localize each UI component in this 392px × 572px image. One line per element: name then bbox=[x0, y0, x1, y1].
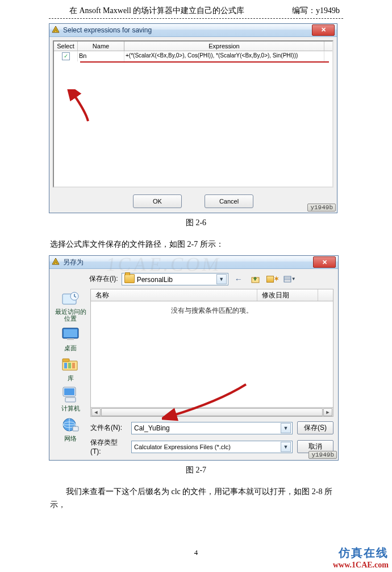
sidebar-network[interactable]: 网络 bbox=[61, 416, 80, 443]
svg-rect-12 bbox=[67, 338, 74, 340]
filename-label: 文件名(N): bbox=[90, 423, 127, 433]
save-in-folder: PersonalLib bbox=[137, 276, 173, 284]
svg-text:A: A bbox=[54, 259, 57, 265]
scroll-right-icon[interactable]: ► bbox=[323, 408, 332, 416]
ansoft-icon: A bbox=[52, 26, 60, 35]
chevron-down-icon[interactable]: ▼ bbox=[281, 442, 291, 452]
libraries-icon bbox=[61, 356, 80, 373]
svg-rect-16 bbox=[68, 363, 71, 368]
col-date[interactable]: 修改日期 bbox=[257, 289, 318, 301]
computer-icon bbox=[61, 386, 80, 403]
row-name[interactable]: Bn bbox=[78, 51, 124, 61]
sidebar-libraries[interactable]: 库 bbox=[61, 356, 80, 383]
folder-icon bbox=[124, 274, 135, 283]
desktop-icon bbox=[61, 326, 80, 343]
sidebar-desktop-label: 桌面 bbox=[64, 344, 77, 353]
doc-author: 编写：y1949b bbox=[292, 6, 340, 16]
col-extra[interactable] bbox=[318, 289, 333, 301]
svg-text:A: A bbox=[54, 27, 57, 33]
ok-button[interactable]: OK bbox=[133, 194, 182, 208]
sidebar-desktop[interactable]: 桌面 bbox=[61, 326, 80, 353]
close-icon[interactable]: ✕ bbox=[312, 24, 335, 36]
sidebar-network-label: 网络 bbox=[64, 434, 77, 443]
cancel-button[interactable]: Cancel bbox=[205, 194, 253, 208]
sidebar-libraries-label: 库 bbox=[68, 374, 74, 383]
scroll-gutter bbox=[324, 42, 332, 51]
recent-icon bbox=[61, 290, 80, 307]
paragraph-1: 选择公式库文件保存的文件路径，如图 2-7 所示： bbox=[50, 238, 342, 251]
svg-rect-14 bbox=[62, 359, 69, 362]
save-button[interactable]: 保存(S) bbox=[297, 421, 333, 434]
empty-text: 没有与搜索条件匹配的项。 bbox=[171, 306, 253, 316]
col-expression[interactable]: Expression bbox=[124, 42, 324, 51]
up-folder-icon[interactable] bbox=[249, 272, 262, 285]
svg-rect-5 bbox=[284, 276, 291, 282]
sidebar-computer-label: 计算机 bbox=[61, 404, 80, 413]
file-list[interactable]: 没有与搜索条件匹配的项。 bbox=[90, 301, 333, 408]
new-folder-icon[interactable]: ✶ bbox=[266, 272, 280, 285]
filename-value: Cal_YuBing bbox=[134, 424, 170, 432]
annotation-arrow-icon bbox=[65, 89, 94, 123]
select-expressions-window: A Select expressions for saving ✕ Select… bbox=[49, 23, 337, 213]
filetype-combo[interactable]: Calculator Expressions Files (*.clc) ▼ bbox=[131, 441, 293, 453]
close-icon[interactable]: ✕ bbox=[313, 256, 336, 268]
col-name[interactable]: Name bbox=[78, 42, 124, 51]
col-select[interactable]: Select bbox=[54, 42, 78, 51]
brand-cn: 仿真在线 bbox=[333, 545, 389, 561]
svg-rect-20 bbox=[65, 397, 76, 402]
svg-rect-17 bbox=[72, 363, 75, 368]
horizontal-scrollbar[interactable]: ◄ ► bbox=[90, 408, 333, 417]
watermark-label: y1949b bbox=[308, 451, 337, 459]
back-icon[interactable]: ← bbox=[232, 272, 245, 285]
brand-url: www.1CAE.com bbox=[333, 561, 389, 570]
svg-rect-19 bbox=[64, 388, 74, 395]
watermark-label: y1949b bbox=[307, 204, 336, 212]
sidebar-recent[interactable]: 最近访问的位置 bbox=[54, 290, 87, 322]
annotation-underline bbox=[80, 61, 329, 63]
scroll-left-icon[interactable]: ◄ bbox=[91, 408, 101, 416]
chevron-down-icon[interactable]: ▼ bbox=[281, 423, 291, 433]
network-icon bbox=[61, 416, 80, 433]
svg-rect-15 bbox=[64, 363, 67, 368]
sidebar-recent-label: 最近访问的位置 bbox=[54, 308, 87, 322]
save-as-window: 1CAE.COM A 另存为 ✕ 保存在(I): PersonalLib ▼ ← bbox=[49, 255, 339, 461]
header-divider bbox=[49, 18, 343, 19]
page-number: 4 bbox=[194, 548, 198, 557]
svg-rect-11 bbox=[64, 329, 77, 337]
expression-table: Select Name Expression ✓ Bn +(*(ScalarX(… bbox=[53, 40, 333, 188]
figure-caption-26: 图 2-6 bbox=[49, 218, 343, 228]
chevron-down-icon[interactable]: ▼ bbox=[216, 274, 227, 284]
scroll-thumb[interactable] bbox=[101, 408, 323, 416]
filetype-label: 保存类型(T): bbox=[90, 438, 127, 455]
paragraph-2: 我们来查看一下这个后缀名为 clc 的文件，用记事本就可以打开，如图 2-8 所… bbox=[50, 486, 342, 511]
svg-rect-23 bbox=[73, 426, 78, 431]
window-title: Select expressions for saving bbox=[63, 26, 308, 34]
col-filename[interactable]: 名称 bbox=[91, 289, 257, 301]
row-checkbox[interactable]: ✓ bbox=[62, 52, 70, 60]
site-brand: 仿真在线 www.1CAE.com bbox=[333, 545, 389, 570]
filename-input[interactable]: Cal_YuBing ▼ bbox=[131, 422, 293, 434]
ansoft-icon: A bbox=[52, 258, 60, 267]
views-icon[interactable]: ▼ bbox=[283, 272, 297, 285]
background-watermark: 1CAE.COM bbox=[105, 254, 223, 275]
doc-title: 在 Ansoft Maxwell 的场计算器中建立自己的公式库 bbox=[69, 6, 244, 16]
figure-caption-27: 图 2-7 bbox=[49, 465, 343, 475]
places-sidebar: 最近访问的位置 桌面 库 bbox=[54, 289, 87, 455]
row-expression[interactable]: +(*(ScalarX(<Bx,By,0>), Cos(PHI)), *(Sca… bbox=[124, 51, 324, 61]
sidebar-computer[interactable]: 计算机 bbox=[61, 386, 80, 413]
filetype-value: Calculator Expressions Files (*.clc) bbox=[134, 443, 231, 450]
save-in-label: 保存在(I): bbox=[89, 274, 118, 284]
